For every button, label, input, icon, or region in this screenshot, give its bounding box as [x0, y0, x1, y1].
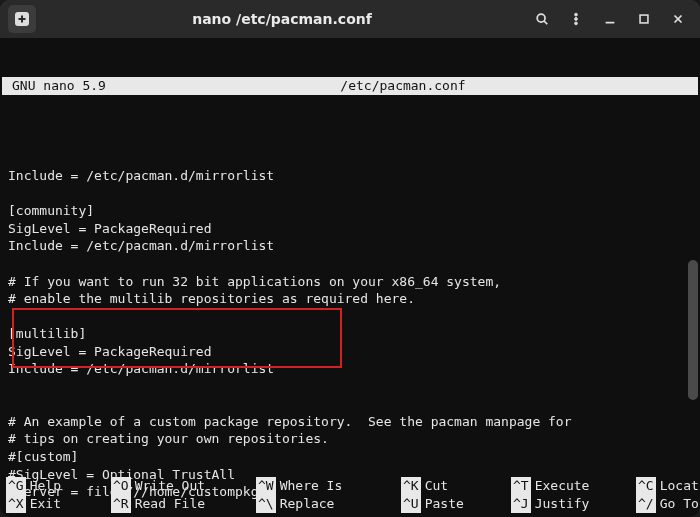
close-icon	[671, 12, 685, 26]
terminal-area[interactable]: GNU nano 5.9 /etc/pacman.conf Include = …	[0, 38, 700, 517]
kebab-icon	[569, 12, 583, 26]
file-line: Include = /etc/pacman.d/mirrorlist	[8, 238, 274, 253]
shortcut-replace: ^\Replace	[256, 495, 401, 513]
svg-point-6	[575, 18, 578, 21]
minimize-icon	[603, 12, 617, 26]
shortcut-whereis: ^WWhere Is	[256, 477, 401, 495]
shortcut-paste: ^UPaste	[401, 495, 511, 513]
shortcut-bar: ^GHelp ^OWrite Out ^WWhere Is ^KCut ^TEx…	[6, 477, 694, 513]
svg-point-5	[575, 13, 578, 16]
editor-body[interactable]: Include = /etc/pacman.d/mirrorlist [comm…	[8, 150, 694, 517]
shortcut-readfile: ^RRead File	[111, 495, 256, 513]
new-tab-button[interactable]	[8, 5, 36, 33]
scrollbar[interactable]	[688, 80, 698, 513]
maximize-button[interactable]	[630, 5, 658, 33]
nano-header: GNU nano 5.9 /etc/pacman.conf	[2, 77, 698, 95]
file-line: # enable the multilib repositories as re…	[8, 291, 415, 306]
window: nano /etc/pacman.conf GNU nano 5.9 /etc/…	[0, 0, 700, 517]
scrollbar-thumb[interactable]	[688, 260, 698, 400]
shortcut-cut: ^KCut	[401, 477, 511, 495]
file-line: SigLevel = PackageRequired	[8, 221, 212, 236]
shortcut-exit: ^XExit	[6, 495, 111, 513]
nano-app-version: GNU nano 5.9	[6, 77, 112, 95]
maximize-icon	[637, 12, 651, 26]
menu-button[interactable]	[562, 5, 590, 33]
file-line: # tips on creating your own repositories…	[8, 431, 329, 446]
shortcut-writeout: ^OWrite Out	[111, 477, 256, 495]
search-button[interactable]	[528, 5, 556, 33]
file-line: Include = /etc/pacman.d/mirrorlist	[8, 168, 274, 183]
shortcut-justify: ^JJustify	[511, 495, 636, 513]
svg-line-4	[544, 21, 547, 24]
search-icon	[535, 12, 549, 26]
file-line: # If you want to run 32 bit applications…	[8, 274, 501, 289]
file-line: # An example of a custom package reposit…	[8, 414, 572, 429]
file-line: [community]	[8, 203, 94, 218]
titlebar: nano /etc/pacman.conf	[0, 0, 700, 38]
svg-point-7	[575, 22, 578, 25]
shortcut-execute: ^TExecute	[511, 477, 636, 495]
plus-tab-icon	[14, 11, 30, 27]
minimize-button[interactable]	[596, 5, 624, 33]
close-button[interactable]	[664, 5, 692, 33]
file-line: [multilib]	[8, 326, 86, 341]
file-line: Include = /etc/pacman.d/mirrorlist	[8, 361, 274, 376]
nano-open-file: /etc/pacman.conf	[112, 77, 694, 95]
shortcut-help: ^GHelp	[6, 477, 111, 495]
svg-point-3	[537, 14, 545, 22]
svg-rect-9	[640, 15, 648, 23]
window-title: nano /etc/pacman.conf	[44, 11, 520, 27]
file-line: SigLevel = PackageRequired	[8, 344, 212, 359]
file-line: #[custom]	[8, 449, 78, 464]
